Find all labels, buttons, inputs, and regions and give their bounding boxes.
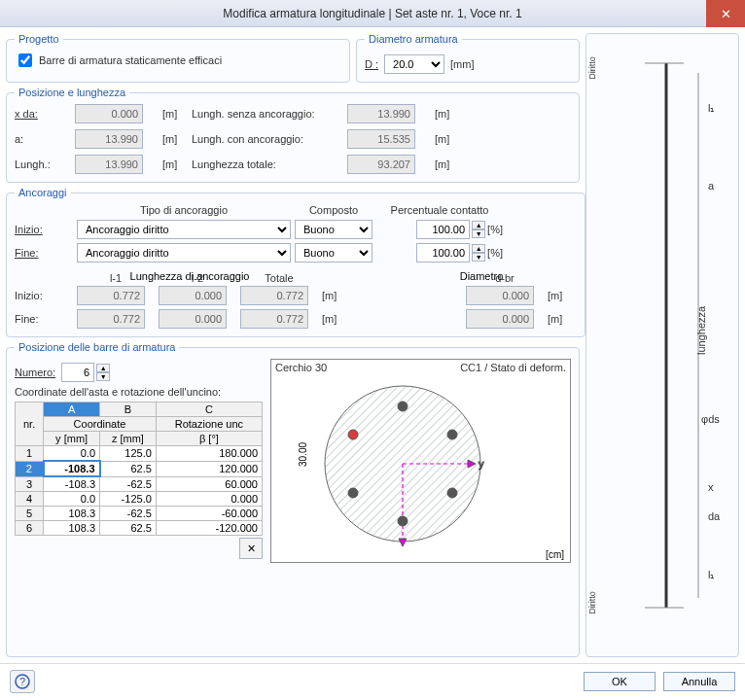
l-with-anchor-label: Lungh. con ancoraggio:	[192, 133, 347, 145]
start-tot	[240, 286, 308, 305]
diameter-select[interactable]: 20.0	[384, 54, 444, 74]
unit-m5: [m]	[162, 158, 192, 170]
len-group-hdr: Lunghezza di ancoraggio	[73, 270, 306, 282]
end-dbr	[466, 309, 534, 329]
anchor-end-label: Fine:	[15, 247, 73, 259]
lungh-field[interactable]	[75, 155, 143, 174]
start-dbr	[466, 286, 534, 305]
coord-rot-label: Coordinate dell'asta e rotazione dell'un…	[15, 386, 221, 398]
svg-point-10	[348, 488, 358, 498]
table-row[interactable]: 10.0125.0180.000	[16, 446, 263, 462]
a-label: a:	[15, 133, 75, 145]
anchor-end-type[interactable]: Ancoraggio diritto	[77, 243, 291, 262]
unit-m: [m]	[162, 108, 192, 120]
x-from-label: x da:	[15, 108, 75, 120]
x-from-field[interactable]	[75, 104, 143, 123]
long-svg: l₁ a lunghezza φds x da l₁	[586, 34, 738, 656]
unit-m10: [m]	[548, 313, 577, 325]
num-label: Numero:	[15, 367, 55, 378]
l-total-field	[347, 155, 415, 174]
project-group: Progetto Barre di armatura staticamente …	[6, 33, 350, 83]
svg-text:l₁: l₁	[708, 569, 714, 580]
ok-button[interactable]: OK	[584, 672, 656, 691]
svg-text:φds: φds	[701, 413, 720, 425]
len-end-label: Fine:	[15, 313, 73, 325]
end-l2	[159, 309, 227, 329]
l-with-anchor-field	[347, 129, 415, 149]
unit-m3: [m]	[162, 133, 192, 145]
static-bars-checkbox[interactable]	[18, 53, 32, 67]
svg-point-9	[348, 430, 358, 439]
svg-point-11	[398, 516, 408, 526]
anchor-end-pct[interactable]	[416, 243, 470, 262]
l-no-anchor-field	[347, 104, 415, 123]
svg-text:da: da	[708, 510, 721, 522]
anchor-pct-hdr: Percentuale contatto	[376, 204, 503, 216]
dim-value: 30.00	[298, 442, 308, 467]
table-row[interactable]: 40.0-125.00.000	[16, 492, 263, 507]
pct-unit: [%]	[487, 224, 503, 235]
bars-group: Posizione delle barre di armatura Numero…	[6, 341, 580, 657]
l-no-anchor-label: Lungh. senza ancoraggio:	[192, 108, 347, 120]
anchorages-legend: Ancoraggi	[15, 187, 71, 198]
longitudinal-preview: Diritto Diritto l₁ a lunghezza φds x da …	[585, 33, 739, 657]
anchor-start-pct[interactable]	[416, 220, 470, 239]
position-legend: Posizione e lunghezza	[15, 87, 129, 98]
unit-m9: [m]	[322, 313, 351, 325]
end-tot	[240, 309, 308, 329]
diameter-group: Diametro armatura D : 20.0 [mm]	[356, 33, 580, 83]
side-diritto-top: Diritto	[587, 56, 597, 80]
start-l2	[159, 286, 227, 305]
end-l1	[77, 309, 145, 329]
anchor-type-hdr: Tipo di ancoraggio	[77, 204, 291, 216]
bars-legend: Posizione delle barre di armatura	[15, 341, 179, 353]
cross-section-svg: y z	[320, 381, 485, 546]
svg-text:x: x	[708, 481, 714, 493]
svg-point-13	[447, 430, 457, 439]
svg-text:y: y	[479, 458, 484, 470]
svg-text:lunghezza: lunghezza	[695, 305, 707, 355]
svg-text:l₁: l₁	[708, 102, 714, 114]
diameter-unit: [mm]	[450, 58, 474, 70]
anchor-start-label: Inizio:	[15, 224, 73, 235]
start-l1	[77, 286, 145, 305]
table-row[interactable]: 3-108.3-62.560.000	[16, 476, 263, 492]
anchor-start-type[interactable]: Ancoraggio diritto	[77, 220, 291, 239]
svg-text:a: a	[708, 180, 715, 192]
svg-point-8	[398, 402, 408, 411]
cross-section-preview: Cerchio 30 CC1 / Stato di deform. 30.00 …	[270, 359, 571, 563]
anchor-end-comp[interactable]: Buono	[295, 243, 372, 262]
table-row[interactable]: 6108.362.5-120.000	[16, 521, 263, 536]
side-diritto-bot: Diritto	[587, 591, 597, 614]
delete-row-button[interactable]: ✕	[239, 538, 263, 559]
position-group: Posizione e lunghezza x da: [m] Lungh. s…	[6, 87, 580, 183]
spin-buttons[interactable]: ▲▼	[472, 221, 485, 238]
close-button[interactable]: ✕	[706, 0, 745, 27]
anchor-comp-hdr: Composto	[295, 204, 372, 216]
diam-group-hdr: Diametro	[443, 270, 520, 282]
cm-unit: [cm]	[546, 549, 564, 560]
unit-m2: [m]	[435, 108, 464, 120]
static-bars-label: Barre di armatura staticamente efficaci	[39, 54, 222, 66]
len-start-label: Inizio:	[15, 290, 73, 301]
num-field[interactable]	[61, 363, 94, 382]
unit-m6: [m]	[435, 158, 464, 170]
num-spin[interactable]: ▲▼	[96, 364, 110, 381]
a-field[interactable]	[75, 129, 143, 149]
anchorages-group: Ancoraggi Tipo di ancoraggio Composto Pe…	[6, 187, 585, 337]
preview-title: Cerchio 30	[275, 362, 327, 373]
preview-state: CC1 / Stato di deform.	[460, 362, 566, 373]
title-bar: Modifica armatura longitudinale | Set as…	[0, 0, 745, 27]
table-row[interactable]: 5108.3-62.5-60.000	[16, 507, 263, 521]
table-row[interactable]: 2-108.362.5120.000	[16, 461, 263, 476]
spin-buttons2[interactable]: ▲▼	[472, 244, 485, 262]
anchor-start-comp[interactable]: Buono	[295, 220, 372, 239]
svg-marker-5	[399, 539, 407, 546]
help-button[interactable]: ?	[10, 670, 35, 693]
cancel-button[interactable]: Annulla	[663, 672, 735, 691]
unit-m7: [m]	[322, 290, 351, 301]
svg-text:?: ?	[19, 676, 25, 687]
svg-point-12	[447, 488, 457, 498]
bars-table[interactable]: nr.ABC CoordinateRotazione unc y [mm]z […	[15, 402, 263, 536]
lungh-label: Lungh.:	[15, 158, 75, 170]
